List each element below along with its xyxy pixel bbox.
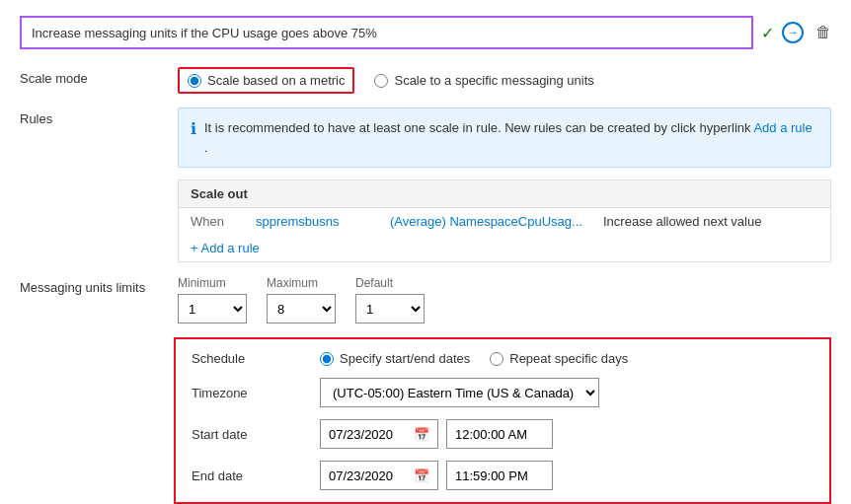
schedule-startend-option[interactable]: Specify start/end dates — [320, 351, 470, 366]
scale-metric-radio[interactable] — [188, 74, 201, 88]
default-group: Default 1 2 4 8 — [355, 276, 425, 324]
rules-scale-out-header: Scale out — [179, 180, 830, 208]
col-metric: (Average) NamespaceCpuUsag... — [390, 214, 587, 229]
scale-specific-option[interactable]: Scale to a specific messaging units — [374, 73, 593, 88]
title-row: ✓ → 🗑 — [20, 16, 831, 49]
start-time-input[interactable] — [455, 427, 544, 442]
add-rule-link[interactable]: + Add a rule — [179, 235, 271, 261]
start-date-input-wrap[interactable]: 📅 — [320, 419, 438, 449]
start-date-input[interactable] — [329, 427, 408, 442]
end-date-input[interactable] — [329, 468, 408, 483]
col-action: Increase allowed next value — [603, 214, 818, 229]
schedule-label: Schedule — [192, 351, 320, 366]
start-datetime-group: 📅 — [320, 419, 813, 449]
scale-mode-content: Scale based on a metric Scale to a speci… — [178, 67, 831, 94]
rules-info-box: ℹ It is recommended to have at least one… — [178, 108, 831, 168]
scale-mode-radio-group: Scale based on a metric Scale to a speci… — [178, 67, 831, 94]
col-when: When — [191, 214, 240, 229]
end-time-input-wrap[interactable] — [446, 461, 553, 490]
maximum-group: Maximum 1 2 4 8 16 — [267, 276, 336, 324]
scale-metric-option[interactable]: Scale based on a metric — [178, 67, 354, 94]
schedule-startend-radio[interactable] — [320, 352, 334, 366]
minimum-group: Minimum 1 2 4 8 — [178, 276, 247, 324]
schedule-section-row: Schedule Specify start/end dates Repeat … — [20, 337, 831, 504]
schedule-radio-group: Specify start/end dates Repeat specific … — [320, 351, 813, 366]
rules-content: ℹ It is recommended to have at least one… — [178, 108, 831, 262]
messaging-units-label: Messaging units limits — [20, 276, 178, 295]
default-label: Default — [355, 276, 425, 290]
delete-icon[interactable]: 🗑 — [815, 24, 831, 41]
schedule-radio-content: Specify start/end dates Repeat specific … — [320, 351, 813, 366]
end-datetime-group: 📅 — [320, 461, 813, 490]
schedule-repeat-label: Repeat specific days — [509, 351, 628, 366]
add-rule-link-inline[interactable]: Add a rule — [753, 120, 812, 135]
start-date-content: 📅 — [320, 419, 813, 449]
scale-mode-row: Scale mode Scale based on a metric Scale… — [20, 67, 831, 94]
condition-title-input[interactable] — [20, 16, 753, 49]
minimum-label: Minimum — [178, 276, 247, 290]
end-date-input-wrap[interactable]: 📅 — [320, 461, 438, 490]
schedule-outer-label — [20, 337, 178, 341]
col-resource: sppremsbusns — [256, 214, 374, 229]
maximum-select[interactable]: 1 2 4 8 16 — [267, 294, 336, 324]
start-calendar-icon[interactable]: 📅 — [414, 427, 429, 442]
add-rule-row: + Add a rule — [179, 235, 830, 261]
scale-specific-label: Scale to a specific messaging units — [394, 73, 593, 88]
start-time-input-wrap[interactable] — [446, 419, 553, 449]
end-time-input[interactable] — [455, 468, 544, 483]
maximum-label: Maximum — [267, 276, 336, 290]
confirm-icon[interactable]: ✓ — [761, 24, 774, 42]
schedule-repeat-radio[interactable] — [490, 352, 503, 366]
limits-row: Minimum 1 2 4 8 Maximum 1 2 4 8 — [178, 276, 831, 324]
schedule-startend-label: Specify start/end dates — [340, 351, 470, 366]
timezone-label: Timezone — [192, 386, 320, 400]
rules-info-text: It is recommended to have at least one s… — [204, 118, 818, 157]
timezone-content: (UTC-05:00) Eastern Time (US & Canada) (… — [320, 378, 813, 407]
rules-row: Rules ℹ It is recommended to have at lea… — [20, 108, 831, 262]
end-calendar-icon[interactable]: 📅 — [414, 468, 429, 483]
schedule-bordered-box: Schedule Specify start/end dates Repeat … — [174, 337, 831, 504]
default-select[interactable]: 1 2 4 8 — [355, 294, 425, 324]
arrow-right-icon[interactable]: → — [782, 22, 804, 43]
scale-mode-label: Scale mode — [20, 67, 178, 86]
messaging-units-row: Messaging units limits Minimum 1 2 4 8 M… — [20, 276, 831, 324]
schedule-bordered-content: Schedule Specify start/end dates Repeat … — [178, 337, 831, 504]
start-date-label: Start date — [192, 427, 320, 442]
timezone-row: Timezone (UTC-05:00) Eastern Time (US & … — [192, 378, 813, 407]
minimum-select[interactable]: 1 2 4 8 — [178, 294, 247, 324]
schedule-repeat-option[interactable]: Repeat specific days — [490, 351, 628, 366]
scale-metric-label: Scale based on a metric — [207, 73, 345, 88]
messaging-units-content: Minimum 1 2 4 8 Maximum 1 2 4 8 — [178, 276, 831, 324]
rules-table: Scale out When sppremsbusns (Average) Na… — [178, 180, 831, 262]
scale-specific-radio[interactable] — [374, 74, 388, 88]
end-date-content: 📅 — [320, 461, 813, 490]
rules-label: Rules — [20, 108, 178, 126]
info-icon: ℹ — [191, 119, 196, 138]
timezone-select[interactable]: (UTC-05:00) Eastern Time (US & Canada) (… — [320, 378, 599, 407]
table-row: When sppremsbusns (Average) NamespaceCpu… — [179, 208, 830, 235]
schedule-row: Schedule Specify start/end dates Repeat … — [192, 351, 813, 366]
end-date-row: End date 📅 — [192, 461, 813, 490]
start-date-row: Start date 📅 — [192, 419, 813, 449]
end-date-label: End date — [192, 468, 320, 483]
